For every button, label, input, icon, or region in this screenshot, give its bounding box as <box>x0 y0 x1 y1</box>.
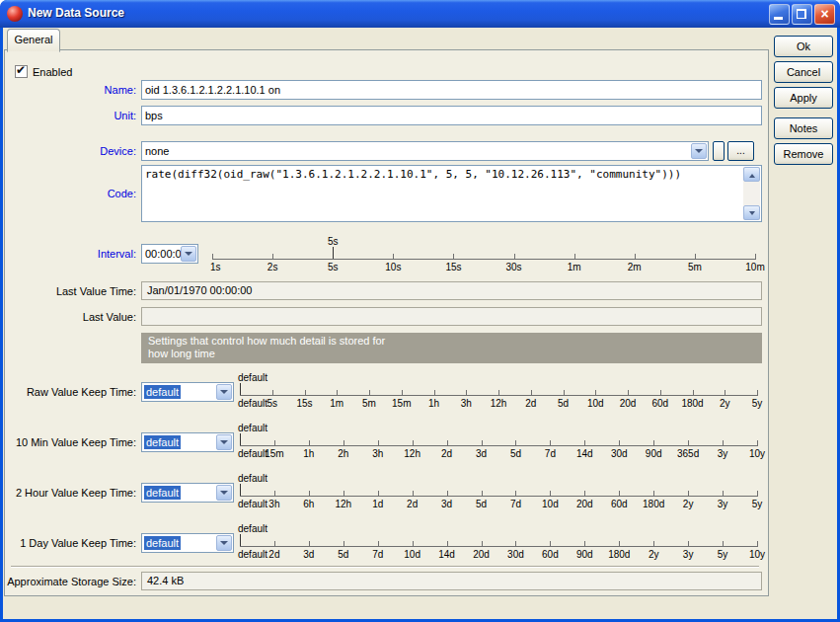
scroll-down-button[interactable] <box>743 205 760 220</box>
close-button[interactable]: × <box>814 4 835 25</box>
arrow-glyph <box>220 440 228 448</box>
slider-tick <box>309 541 310 547</box>
slider-tick-label: 2d <box>441 448 452 459</box>
raw-keep-time-select[interactable]: default <box>141 382 234 402</box>
slider-marker[interactable] <box>333 247 334 259</box>
slider-tick <box>653 491 654 497</box>
slider-tick-label: 5d <box>510 448 521 459</box>
slider-tick <box>274 541 275 547</box>
notes-button[interactable]: Notes <box>774 117 833 139</box>
storage-size-field: 42.4 kB <box>141 572 762 590</box>
device-select[interactable]: none <box>141 141 709 161</box>
slider-tick-label: 12h <box>491 398 507 409</box>
slider-tick-label: 3d <box>303 549 314 560</box>
slider-tick-label: 10s <box>385 262 401 272</box>
device-aux-button[interactable] <box>713 141 725 161</box>
chevron-down-icon[interactable] <box>691 143 707 159</box>
slider-tick <box>723 440 724 446</box>
slider-tick <box>498 390 499 396</box>
slider-marker-label: default <box>238 473 267 484</box>
ten-min-keep-time-select[interactable]: default <box>141 432 234 452</box>
cancel-button[interactable]: Cancel <box>774 61 833 83</box>
one-day-keep-time-slider[interactable]: default2d3d5d7d10d14d20d30d60d90d180d2y3… <box>240 523 757 561</box>
slider-marker[interactable] <box>240 383 241 395</box>
slider-tick <box>482 440 483 446</box>
slider-tick <box>574 254 575 260</box>
slider-tick-label: 5y <box>718 549 728 560</box>
device-browse-button[interactable]: ... <box>727 141 754 161</box>
banner-line1: Settings that control how much detail is… <box>148 335 755 348</box>
restore-button[interactable] <box>792 4 812 25</box>
dialog-body: General ✔ Enabled Name: Unit: Device: no… <box>3 28 837 619</box>
slider-marker[interactable] <box>240 433 241 445</box>
chevron-down-icon[interactable] <box>216 485 232 501</box>
slider-tick-label: 1h <box>428 398 439 409</box>
slider-tick <box>564 390 565 396</box>
apply-button[interactable]: Apply <box>774 87 833 109</box>
slider-tick-label: 2y <box>683 499 694 509</box>
slider-marker[interactable] <box>240 484 241 496</box>
slider-tick <box>550 440 551 446</box>
slider-tick <box>274 440 275 446</box>
chevron-down-icon[interactable] <box>216 384 232 400</box>
unit-label: Unit: <box>3 110 136 121</box>
slider-tick <box>413 491 414 497</box>
slider-tick-label: 1m <box>568 262 581 272</box>
slider-tick-label: 15m <box>265 448 283 459</box>
slider-tick-label: 2d <box>407 499 418 509</box>
chevron-down-icon[interactable] <box>216 434 232 450</box>
name-input[interactable] <box>141 80 762 100</box>
slider-tick <box>393 254 394 260</box>
slider-marker-label: 5s <box>328 236 339 247</box>
code-editor[interactable]: rate(diff32(oid_raw("1.3.6.1.2.1.2.2.1.1… <box>141 165 762 222</box>
ok-button[interactable]: Ok <box>774 36 833 57</box>
one-day-keep-time-select[interactable]: default <box>141 533 234 553</box>
slider-tick-label: 2y <box>649 549 659 560</box>
slider-tick-label: 5d <box>476 499 487 509</box>
scroll-up-button[interactable] <box>743 167 760 182</box>
slider-tick <box>344 541 344 547</box>
chevron-down-icon[interactable] <box>181 246 196 262</box>
tab-general[interactable]: General <box>7 29 60 52</box>
slider-tick <box>434 390 435 396</box>
one-day-keep-time-label: 1 Day Value Keep Time: <box>3 537 136 549</box>
last-value-time-label: Last Value Time: <box>3 285 136 297</box>
arrow-glyph <box>220 491 228 499</box>
slider-tick <box>378 541 379 547</box>
arrow-glyph <box>220 390 228 398</box>
titlebar[interactable]: New Data Source × <box>0 0 840 28</box>
slider-tick-label: 10y <box>749 448 765 459</box>
raw-keep-time-slider[interactable]: default5s15s1m5m15m1h3h12h2d5d10d20d60d1… <box>240 372 757 410</box>
slider-tick-label: 12h <box>404 448 420 459</box>
app-icon <box>7 6 23 22</box>
device-label: Device: <box>3 145 136 157</box>
code-scrollbar[interactable] <box>743 167 760 220</box>
unit-input[interactable] <box>141 106 762 125</box>
slider-tick-label: 14d <box>438 549 455 560</box>
slider-tick-label: 1s <box>210 262 221 272</box>
slider-tick-label: 5d <box>558 398 569 409</box>
slider-tick <box>515 440 516 446</box>
slider-tick <box>309 440 310 446</box>
slider-tick-label: 1m <box>330 398 344 409</box>
interval-select[interactable]: 00:00:05 <box>141 244 198 264</box>
remove-button[interactable]: Remove <box>774 143 833 165</box>
ten-min-keep-time-slider[interactable]: default15m1h2h3h12h2d3d5d7d14d30d90d365d… <box>240 423 757 460</box>
slider-tick-label: 2h <box>338 448 348 459</box>
slider-tick-label: 20d <box>576 499 593 509</box>
enabled-checkbox[interactable]: ✔ <box>15 65 28 78</box>
slider-tick-label: 20d <box>473 549 490 560</box>
slider-tick <box>660 390 661 396</box>
slider-tick-label: 7d <box>510 499 521 509</box>
two-hour-keep-time-select[interactable]: default <box>141 483 234 503</box>
slider-tick <box>305 390 306 396</box>
slider-tick <box>688 541 689 547</box>
slider-tick <box>212 254 213 260</box>
chevron-down-icon[interactable] <box>216 535 232 551</box>
slider-marker[interactable] <box>240 534 241 546</box>
minimize-button[interactable] <box>769 4 790 25</box>
two-hour-keep-time-slider[interactable]: default3h6h12h1d2d3d5d7d10d20d60d180d2y3… <box>240 473 757 510</box>
device-value: none <box>145 144 169 158</box>
interval-slider[interactable]: 1s2s5s10s15s30s1m2m5m10m5s <box>212 236 755 273</box>
slider-tick-label: 10d <box>404 549 420 560</box>
